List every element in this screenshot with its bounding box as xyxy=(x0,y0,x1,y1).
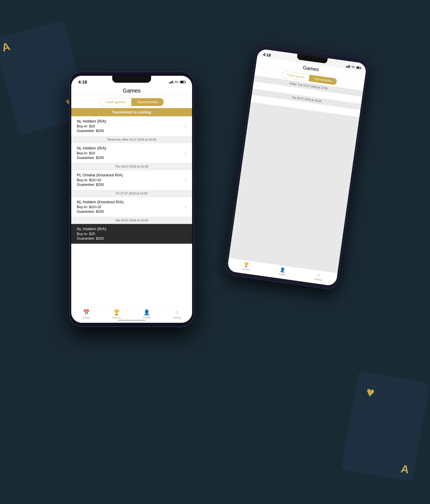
back-rating-icon: ☆ xyxy=(316,272,321,278)
today-icon: 📅 xyxy=(83,309,90,315)
tournament-buyin-2: Buy-in: $10+10 xyxy=(77,178,185,182)
tournament-guarantee-0: Guarantee: $200 xyxy=(77,129,185,133)
front-phone-screen: 4:18 3G xyxy=(71,76,192,323)
tournament-guarantee-4: Guarantee: $300 xyxy=(77,236,185,241)
tournament-name-3: NL Holdem (Knockout R/A) xyxy=(77,200,185,204)
back-rating-label: Rating xyxy=(314,278,322,282)
tournament-list: Tournament is running NL Holdem (R/A) Bu… xyxy=(71,108,192,307)
back-network: 3G xyxy=(351,65,355,69)
tournament-guarantee-1: Guarantee: $200 xyxy=(77,156,185,160)
tab-tournaments[interactable]: Tournaments xyxy=(131,98,164,106)
back-profile-label: Profile xyxy=(278,272,286,276)
tournament-name-4: NL Holdem (R/A) xyxy=(77,227,185,231)
tournament-item-3[interactable]: NL Holdem (Knockout R/A) Buy-in: $10+10 … xyxy=(71,197,192,217)
phone-front: 4:18 3G xyxy=(69,72,194,327)
tournament-item-4[interactable]: NL Holdem (R/A) Buy-in: $25 Guarantee: $… xyxy=(71,224,192,244)
front-status-icons: 3G xyxy=(169,80,185,84)
tournament-info-2: PL Omaha (Knockout R/A) Buy-in: $10+10 G… xyxy=(77,173,185,187)
date-separator-2: Thu 26.07.2018 at 15:00 xyxy=(71,163,192,170)
front-tab-switcher: Cash games Tournaments xyxy=(71,95,192,108)
back-games-label: Games xyxy=(242,267,250,271)
phones-container: 4:18 3G xyxy=(48,30,382,474)
date-separator-3: Fri 27.07.2018 at 15:00 xyxy=(71,190,192,197)
front-battery-fill xyxy=(180,81,184,83)
rating-label: Rating xyxy=(173,316,181,319)
sbar4 xyxy=(172,81,173,83)
chevron-4: › xyxy=(185,231,187,236)
back-main-content: Today, Tue 24.07.2018 at 17:00 › Tue 24.… xyxy=(227,75,363,286)
phone-back: 4:18 3G xyxy=(224,44,370,291)
front-battery xyxy=(180,81,185,83)
back-status-icons: 3G xyxy=(346,64,361,70)
date-separator-1: Tomorrow, Wed 25.07.2018 at 15:00 xyxy=(71,136,192,143)
back-gray-area xyxy=(227,102,359,286)
date-separator-4: Sat 28.07.2018 at 15:00 xyxy=(71,217,192,224)
back-games-icon: 🏆 xyxy=(243,262,249,268)
tournament-info-4: NL Holdem (R/A) Buy-in: $25 Guarantee: $… xyxy=(77,227,185,241)
bar2 xyxy=(347,66,348,68)
back-profile-icon: 👤 xyxy=(280,267,286,273)
back-signal-bars xyxy=(346,65,350,68)
sbar3 xyxy=(171,81,172,83)
bar4 xyxy=(349,65,350,68)
tournament-info-0: NL Holdem (R/A) Buy-in: $10 Guarantee: $… xyxy=(77,119,185,133)
front-app-header: Games xyxy=(71,85,192,95)
bar1 xyxy=(346,66,346,67)
ace-label-left: A xyxy=(1,41,11,54)
bar3 xyxy=(348,65,349,68)
nav-games[interactable]: 🏆 Games xyxy=(102,309,132,319)
tournament-buyin-3: Buy-in: $10+10 xyxy=(77,205,185,209)
profile-icon: 👤 xyxy=(143,309,150,315)
tournament-name-0: NL Holdem (R/A) xyxy=(77,119,185,124)
back-phone-screen: 4:18 3G xyxy=(227,48,367,286)
home-indicator xyxy=(118,320,146,321)
tournament-buyin-1: Buy-in: $10 xyxy=(77,151,185,155)
front-signal-bars xyxy=(169,81,173,83)
back-screen-content: 4:18 3G xyxy=(227,48,367,286)
front-app-title: Games xyxy=(123,88,141,94)
front-network: 3G xyxy=(174,80,178,84)
chevron-3: › xyxy=(185,204,187,209)
tournament-buyin-4: Buy-in: $25 xyxy=(77,232,185,236)
tournament-name-2: PL Omaha (Knockout R/A) xyxy=(77,173,185,177)
games-label: Games xyxy=(112,316,121,319)
tournament-name-1: NL Holdem (R/A) xyxy=(77,146,185,150)
front-status-time: 4:18 xyxy=(78,80,87,85)
tab-cash-games[interactable]: Cash games xyxy=(100,98,131,106)
tournament-info-1: NL Holdem (R/A) Buy-in: $10 Guarantee: $… xyxy=(77,146,185,160)
sbar1 xyxy=(169,82,170,83)
front-notch xyxy=(112,76,151,83)
rating-icon: ☆ xyxy=(175,309,179,315)
chevron-1: › xyxy=(185,151,187,156)
tournament-info-3: NL Holdem (Knockout R/A) Buy-in: $10+10 … xyxy=(77,200,185,214)
back-battery xyxy=(356,66,361,69)
tournament-guarantee-2: Guarantee: $200 xyxy=(77,182,185,187)
games-icon: 🏆 xyxy=(113,309,120,315)
sbar2 xyxy=(170,82,171,83)
back-app-title: Games xyxy=(302,64,319,72)
profile-label: Profile xyxy=(143,316,151,319)
nav-profile[interactable]: 👤 Profile xyxy=(132,309,162,319)
tournament-guarantee-3: Guarantee: $200 xyxy=(77,209,185,214)
back-status-time: 4:18 xyxy=(263,52,271,58)
back-battery-fill xyxy=(357,67,359,68)
nav-rating[interactable]: ☆ Rating xyxy=(162,309,192,319)
tournament-item-0[interactable]: NL Holdem (R/A) Buy-in: $10 Guarantee: $… xyxy=(71,116,192,136)
tournament-item-1[interactable]: NL Holdem (R/A) Buy-in: $10 Guarantee: $… xyxy=(71,143,192,163)
tournament-buyin-0: Buy-in: $10 xyxy=(77,124,185,128)
front-screen-content: 4:18 3G xyxy=(71,76,192,323)
running-banner: Tournament is running xyxy=(71,108,192,116)
nav-today[interactable]: 📅 Today xyxy=(71,309,102,319)
tournament-item-2[interactable]: PL Omaha (Knockout R/A) Buy-in: $10+10 G… xyxy=(71,170,192,190)
ace-label-right: A xyxy=(400,463,410,475)
chevron-0: › xyxy=(185,124,187,129)
today-label: Today xyxy=(83,316,90,319)
chevron-2: › xyxy=(185,178,187,183)
